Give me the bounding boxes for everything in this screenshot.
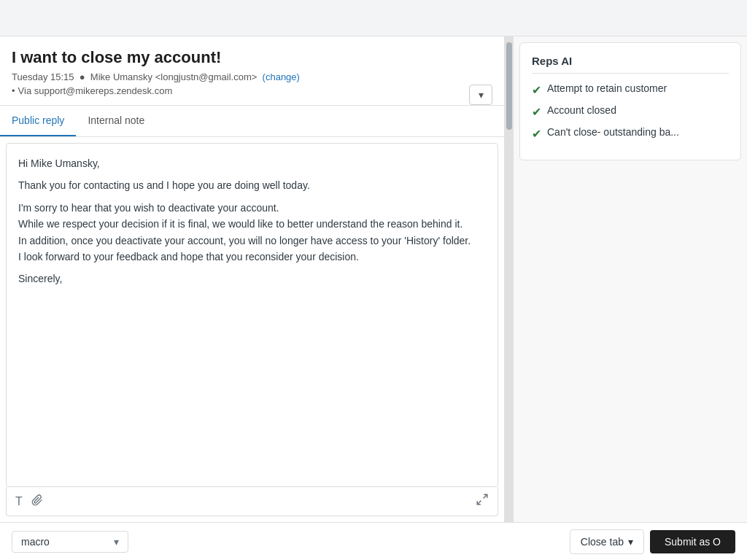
email-via: Via support@mikereps.zendesk.com	[12, 85, 492, 96]
check-icon-2: ✔	[532, 105, 541, 119]
ai-card: Reps AI ✔ Attempt to retain customer ✔ A…	[519, 42, 741, 160]
scroll-track[interactable]	[505, 36, 514, 522]
ai-item-label-2[interactable]: Account closed	[547, 104, 616, 116]
email-from: Mike Umansky <longjustn@gmail.com>	[90, 71, 258, 82]
macro-dropdown[interactable]: macro ▾	[12, 531, 128, 553]
reply-editor: Hi Mike Umansky, Thank you for contactin…	[0, 137, 504, 522]
svg-line-0	[484, 494, 487, 498]
email-header: I want to close my account! Tuesday 15:1…	[0, 36, 504, 96]
submit-button[interactable]: Submit as O	[650, 530, 735, 553]
ai-item-1: ✔ Attempt to retain customer	[532, 82, 729, 97]
top-bar	[0, 0, 747, 36]
editor-greeting: Hi Mike Umansky,	[18, 155, 486, 171]
reply-tabs: Public reply Internal note	[0, 106, 504, 137]
email-header-wrapper: I want to close my account! Tuesday 15:1…	[0, 36, 504, 105]
editor-content[interactable]: Hi Mike Umansky, Thank you for contactin…	[6, 143, 498, 487]
email-meta: Tuesday 15:15 ● Mike Umansky <longjustn@…	[12, 71, 492, 82]
close-tab-chevron: ▾	[628, 536, 633, 548]
svg-line-1	[477, 501, 481, 505]
ai-item-2: ✔ Account closed	[532, 104, 729, 119]
macro-label: macro	[21, 536, 50, 548]
ai-item-label-3[interactable]: Can't close- outstanding ba...	[547, 126, 679, 138]
email-panel: I want to close my account! Tuesday 15:1…	[0, 36, 505, 522]
main-content: I want to close my account! Tuesday 15:1…	[0, 36, 747, 522]
change-link[interactable]: (change)	[263, 71, 300, 82]
expand-icon[interactable]	[476, 493, 489, 510]
check-icon-3: ✔	[532, 127, 541, 141]
email-date: Tuesday 15:15	[12, 71, 74, 82]
ai-item-3: ✔ Can't close- outstanding ba...	[532, 126, 729, 141]
text-format-icon[interactable]: T	[15, 495, 23, 508]
editor-toolbar: T	[6, 487, 498, 516]
editor-line-2: I'm sorry to hear that you wish to deact…	[18, 200, 486, 265]
email-dropdown-button[interactable]: ▾	[469, 85, 492, 105]
tab-internal-note[interactable]: Internal note	[76, 106, 156, 136]
editor-line-1: Thank you for contacting us and I hope y…	[18, 177, 486, 193]
close-tab-button[interactable]: Close tab ▾	[570, 529, 644, 554]
tab-public-reply[interactable]: Public reply	[0, 106, 76, 136]
right-panel: Reps AI ✔ Attempt to retain customer ✔ A…	[514, 36, 747, 522]
ai-item-label-1[interactable]: Attempt to retain customer	[547, 82, 667, 94]
check-icon-1: ✔	[532, 83, 541, 97]
bottom-bar: macro ▾ Close tab ▾ Submit as O	[0, 522, 747, 560]
editor-closing: Sincerely,	[18, 271, 486, 287]
email-subject: I want to close my account!	[12, 48, 492, 67]
close-tab-label: Close tab	[581, 536, 624, 548]
bottom-right: Close tab ▾ Submit as O	[570, 529, 735, 554]
toolbar-left: T	[15, 494, 43, 509]
scroll-thumb[interactable]	[506, 42, 512, 130]
attach-icon[interactable]	[31, 494, 43, 509]
macro-chevron: ▾	[114, 536, 119, 548]
ai-title: Reps AI	[532, 55, 729, 74]
